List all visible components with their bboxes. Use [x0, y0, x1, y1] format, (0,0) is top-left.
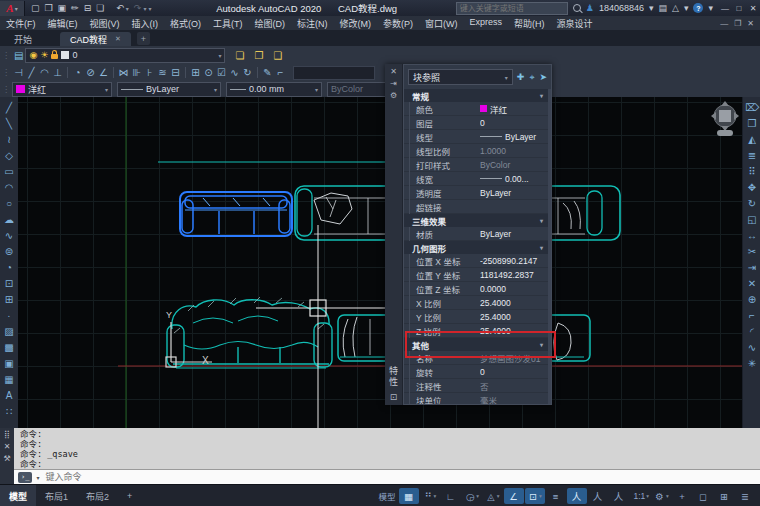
radius-dim-icon[interactable]: ◔ [71, 66, 84, 79]
property-row[interactable]: 颜色 洋红 [404, 102, 551, 116]
insert-block-icon[interactable]: ⊡ [2, 276, 17, 291]
annotation-icon[interactable]: 人 [609, 488, 629, 504]
property-row[interactable]: 透明度 ByLayer [404, 186, 551, 200]
property-row[interactable]: 图层 0 [404, 116, 551, 130]
array-icon[interactable]: ⠿ [745, 164, 760, 179]
new-tab-button[interactable]: + [137, 32, 150, 45]
annotation-monitor-button[interactable]: + [673, 488, 693, 504]
continue-dim-icon[interactable]: ⊦ [143, 66, 156, 79]
object-type-combo[interactable]: 块参照 ▾ [408, 69, 513, 85]
snap-toggle[interactable]: ⠛ ▾ [420, 488, 440, 504]
rotate-icon[interactable]: ↻ [745, 196, 760, 211]
toolbar-grip[interactable]: ⋮ [0, 51, 12, 60]
make-block-icon[interactable]: ⊞ [2, 292, 17, 307]
grid-toggle[interactable]: ▦ [399, 488, 419, 504]
property-row[interactable]: 注释性 否 [404, 379, 551, 393]
menu-item[interactable]: 格式(O) [164, 17, 207, 30]
save-icon[interactable]: ▣ [58, 3, 67, 13]
plot-icon[interactable]: ⊟ [84, 3, 92, 13]
layout2-tab[interactable]: 布局2 [77, 485, 118, 506]
workspace-gear-button[interactable]: ⚙ ▾ [652, 488, 672, 504]
annotation-scale-button[interactable]: 1:1 ▾ [630, 488, 651, 504]
region-icon[interactable]: ▣ [2, 356, 17, 371]
ordinate-dim-icon[interactable]: ⊥ [51, 66, 64, 79]
print-icon[interactable]: ❏ [96, 3, 104, 13]
fillet-icon[interactable]: ◜ [745, 324, 760, 339]
gradient-icon[interactable]: ▩ [2, 340, 17, 355]
palette-autohide-icon[interactable]: ⇥ [390, 79, 397, 91]
arc-length-dim-icon[interactable]: ◠ [38, 66, 51, 79]
diameter-dim-icon[interactable]: ⊘ [84, 66, 97, 79]
linetype-caret-icon[interactable]: ▾ [214, 86, 217, 93]
new-file-icon[interactable]: ▢ [31, 3, 40, 13]
qat-customize-caret-icon[interactable]: ▾ [148, 5, 151, 12]
break-icon[interactable]: ✕ [745, 276, 760, 291]
drawing-canvas[interactable]: Y X [18, 97, 742, 428]
table-icon[interactable]: ▦ [2, 372, 17, 387]
property-row[interactable]: 名称 梦想画图沙发01 [404, 351, 551, 365]
object-type-caret-icon[interactable]: ▾ [505, 74, 508, 81]
isolate-objects-button[interactable]: ◻ [694, 488, 714, 504]
menu-item[interactable]: 参数(P) [377, 17, 419, 30]
tab-start[interactable]: 开始 [4, 32, 42, 46]
help-search-input[interactable] [456, 2, 568, 15]
section-header[interactable]: 三维效果 ▾ [404, 214, 551, 227]
annotation-visibility-toggle[interactable]: 人 [567, 488, 587, 504]
select-objects-icon[interactable]: ➤ [539, 72, 547, 83]
toggle-pickadd-icon[interactable]: ✚ [517, 72, 525, 83]
angular-dim-icon[interactable]: ∠ [97, 66, 110, 79]
lineweight-caret-icon[interactable]: ▾ [315, 86, 318, 93]
property-row[interactable]: 位置 Y 坐标 1181492.2837 [404, 268, 551, 282]
layer-combo-caret-icon[interactable]: ▾ [218, 52, 221, 59]
revcloud-icon[interactable]: ☁ [2, 212, 17, 227]
polygon-icon[interactable]: ◇ [2, 148, 17, 163]
rectangle-icon[interactable]: ▭ [2, 164, 17, 179]
sofa-block-selected[interactable] [180, 192, 292, 236]
layer-lock-icon[interactable] [51, 54, 58, 59]
stretch-icon[interactable]: ↔ [745, 228, 760, 243]
layer-thaw-sun-icon[interactable]: ☀ [40, 50, 48, 60]
polyline-icon[interactable]: ≀ [2, 132, 17, 147]
menu-item[interactable]: 修改(M) [334, 17, 378, 30]
app-store-cart-icon[interactable]: ▤ [659, 3, 668, 13]
annotation-autoscale-toggle[interactable]: 人 [588, 488, 608, 504]
section-header[interactable]: 其他 ▾ [404, 338, 551, 351]
erase-icon[interactable]: ⌦ [745, 100, 760, 115]
signin-person-icon[interactable]: ♟ [586, 3, 594, 13]
linear-dim-icon[interactable]: ⊣ [12, 66, 25, 79]
property-row[interactable]: 位置 Z 坐标 0.0000 [404, 282, 551, 296]
property-row[interactable]: 打印样式 ByColor [404, 158, 551, 172]
polar-tracking-toggle[interactable]: ◶ ▾ [462, 488, 482, 504]
menu-item[interactable]: 帮助(H) [508, 17, 551, 30]
baseline-dim-icon[interactable]: ⊪ [130, 66, 143, 79]
tab-cad-tutorial[interactable]: CAD教程 ✕ [60, 32, 131, 46]
mtext-icon[interactable]: A [2, 388, 17, 403]
scale-icon[interactable]: ◱ [745, 212, 760, 227]
save-as-icon[interactable]: ✏ [71, 3, 79, 13]
layer-on-bulb-icon[interactable]: ◉ [29, 50, 37, 60]
menu-item[interactable]: 插入(I) [126, 17, 165, 30]
menu-item[interactable]: 窗口(W) [419, 17, 464, 30]
extend-icon[interactable]: ⇥ [745, 260, 760, 275]
menu-item[interactable]: 绘图(D) [249, 17, 292, 30]
layer-previous-icon[interactable]: ❐ [252, 50, 265, 61]
command-recent-caret-icon[interactable]: ▾ [36, 474, 39, 481]
color-caret-icon[interactable]: ▾ [105, 86, 108, 93]
model-layout-tab[interactable]: 模型 [0, 485, 36, 506]
navbar-pill[interactable] [717, 130, 733, 136]
jogged-dim-icon[interactable]: ∿ [228, 66, 241, 79]
open-folder-icon[interactable]: ❒ [45, 3, 53, 13]
undo-caret-icon[interactable]: ▾ [126, 5, 129, 12]
toolbar-grip[interactable]: ⋮ [0, 85, 12, 94]
doc-restore-button[interactable]: ❐ [734, 19, 741, 28]
palette-close-icon[interactable]: ✕ [390, 67, 397, 79]
search-icon[interactable] [573, 4, 581, 12]
close-button[interactable]: ✕ [746, 0, 760, 16]
menu-item[interactable]: 编辑(E) [42, 17, 84, 30]
command-history[interactable]: 命令:命令:命令: _qsave命令: [14, 428, 760, 469]
property-row[interactable]: 超链接 [404, 200, 551, 214]
offset-icon[interactable]: ≣ [745, 148, 760, 163]
mirror-icon[interactable]: ◭ [745, 132, 760, 147]
autodesk-app-icon[interactable]: △ [672, 3, 679, 13]
undo-button[interactable]: ↶ [116, 3, 124, 13]
